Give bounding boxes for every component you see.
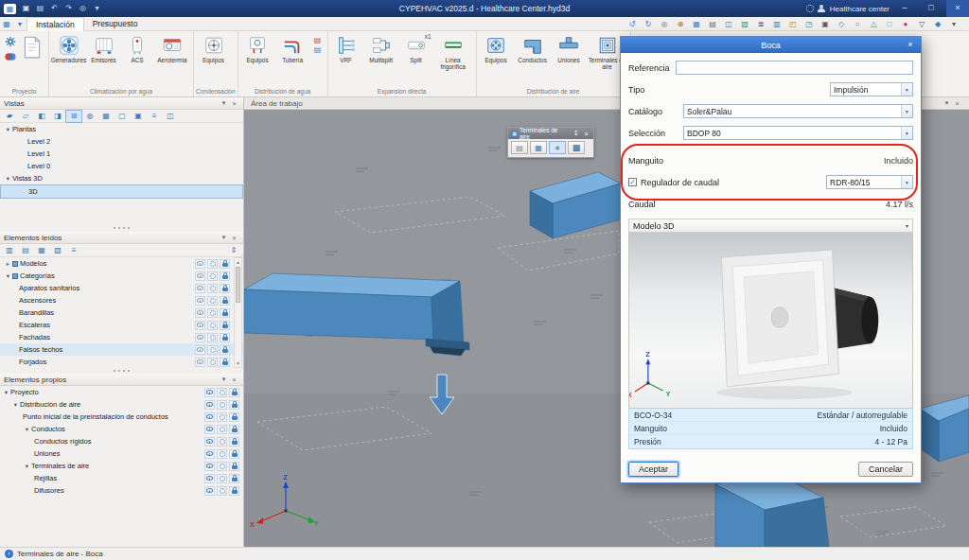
tree-item-distribucion-aire[interactable]: ▾Distribución de aire	[0, 398, 243, 411]
snap-gear-icon[interactable]	[217, 437, 227, 446]
snap-gear-icon[interactable]	[207, 308, 218, 318]
tree-item-fachadas[interactable]: Fachadas	[0, 331, 243, 343]
visibility-eye-icon[interactable]	[195, 296, 205, 306]
floating-toolbar-terminales[interactable]: ▦ Terminales de aire ↧ × ▤ ▦ ∗ ▩	[507, 127, 594, 158]
tree-item-level1[interactable]: Level 1	[0, 148, 243, 160]
panel-close-icon[interactable]: ×	[229, 376, 239, 383]
lock-icon[interactable]	[229, 486, 239, 496]
snap-gear-icon[interactable]	[217, 412, 227, 422]
lock-icon[interactable]	[229, 462, 239, 471]
tree-item-modelos[interactable]: ▸Modelos	[0, 257, 243, 270]
tree-item-difusores[interactable]: Difusores	[0, 484, 243, 497]
snap-gear-icon[interactable]	[217, 474, 227, 483]
tree-item-falsos-techos-selected[interactable]: Falsos techos	[0, 343, 243, 356]
view-tool-icon[interactable]: ▱	[18, 111, 33, 122]
snap-gear-icon[interactable]	[207, 345, 218, 355]
tree-item-proyecto[interactable]: ▾Proyecto	[0, 386, 243, 398]
tree-item-barandillas[interactable]: Barandillas	[0, 306, 243, 319]
quickaccess-dropdown-icon[interactable]: ▾	[90, 2, 104, 15]
agua-extra-tools[interactable]: ▤▤	[310, 33, 326, 54]
tree-item-level0[interactable]: Level 0	[0, 160, 243, 172]
expand-arrow-icon[interactable]: ▾	[4, 126, 12, 133]
redo-icon[interactable]: ↷	[62, 2, 76, 15]
filter-tool-icon[interactable]: ▦	[34, 245, 49, 256]
visibility-eye-icon[interactable]	[195, 345, 205, 355]
tree-item-escaleras[interactable]: Escaleras	[0, 319, 243, 331]
floating-toolbar-titlebar[interactable]: ▦ Terminales de aire ↧ ×	[508, 128, 593, 139]
account-name[interactable]: Healthcare center	[830, 5, 890, 13]
more-tools-dropdown-icon[interactable]: ▾	[946, 18, 961, 30]
multisplit-button[interactable]: Multisplit	[362, 33, 400, 63]
lock-icon[interactable]	[229, 388, 239, 397]
modelo3d-header[interactable]: Modelo 3D ▾	[628, 219, 913, 233]
tree-item-forjados[interactable]: Forjados	[0, 356, 243, 368]
visibility-eye-icon[interactable]	[204, 486, 215, 496]
tree-item-level2[interactable]: Level 2	[0, 135, 243, 148]
visibility-eye-icon[interactable]	[195, 259, 205, 269]
generadores-button[interactable]: Generadores	[51, 33, 86, 63]
expand-arrow-icon[interactable]: ▾	[2, 389, 10, 396]
view-tool-icon[interactable]: ▣	[131, 111, 146, 122]
seleccion-select[interactable]: BDOP 80▾	[683, 126, 913, 140]
lock-icon[interactable]	[220, 271, 230, 281]
tree-item-terminales-aire[interactable]: ▾Terminales de aire	[0, 460, 243, 472]
lock-icon[interactable]	[229, 437, 239, 446]
tree-item-plantas[interactable]: ▾Plantas	[0, 123, 243, 135]
snap-gear-icon[interactable]	[207, 358, 218, 367]
project-colors-icon[interactable]	[4, 50, 17, 63]
view-tool-icon[interactable]: ◫	[163, 111, 178, 122]
cancel-button[interactable]: Cancelar	[858, 462, 913, 477]
expand-arrow-icon[interactable]: ▾	[23, 426, 31, 433]
valve-red-icon[interactable]: ▤	[314, 37, 322, 44]
diffuser-tool-button[interactable]: ▦	[530, 141, 547, 154]
maximize-button[interactable]: □	[920, 0, 943, 17]
filter-tool-icon[interactable]: ≡	[66, 245, 81, 256]
corner-tool-icon[interactable]: ◰	[785, 18, 801, 30]
tree-item-punto-inicial[interactable]: Punto inicial de la preinstalación de co…	[0, 411, 243, 423]
view-tool-icon[interactable]: ≡	[147, 111, 162, 122]
view-tool-icon[interactable]: ◨	[50, 111, 65, 122]
workspace-collapse-icon[interactable]: ▾	[942, 99, 952, 107]
panel-collapse-icon[interactable]: ▾	[219, 376, 229, 383]
tree-item-categorias[interactable]: ▾Categorías	[0, 270, 243, 282]
frame-tool-icon[interactable]: ◳	[802, 18, 817, 30]
expand-arrow-icon[interactable]: ▾	[23, 463, 31, 470]
undo-tool-icon[interactable]: ↺	[625, 18, 640, 30]
circle-tool-icon[interactable]: ○	[850, 18, 865, 30]
triangle-tool-icon[interactable]: △	[866, 18, 881, 30]
equipos-agua-button[interactable]: Equipos	[240, 33, 275, 63]
user-account-icon[interactable]	[818, 5, 826, 13]
valve-blue-icon[interactable]: ▤	[314, 46, 322, 54]
diamond-tool-icon[interactable]: ◇	[834, 18, 849, 30]
lock-icon[interactable]	[229, 400, 239, 410]
lock-icon[interactable]	[220, 296, 230, 306]
snap-gear-icon[interactable]	[217, 400, 227, 410]
grille-tool-button[interactable]: ▤	[511, 141, 528, 154]
snap-gear-icon[interactable]	[217, 425, 227, 434]
tree-item-ascensores[interactable]: Ascensores	[0, 294, 243, 306]
linea-frigorifica-button[interactable]: Línea frigorífica	[432, 33, 474, 71]
scroll-up-icon[interactable]: ▲	[235, 258, 241, 266]
snap-gear-icon[interactable]	[207, 284, 218, 293]
filter-tool-icon[interactable]: ▤	[18, 245, 33, 256]
undo-icon[interactable]: ↶	[47, 2, 62, 15]
settings-gear-icon[interactable]	[806, 5, 814, 12]
project-gear-icon[interactable]	[4, 35, 17, 48]
snap-gear-icon[interactable]	[207, 333, 218, 342]
panel-resize-grip[interactable]	[0, 225, 243, 230]
snap-gear-icon[interactable]	[217, 486, 227, 496]
add-tool-icon[interactable]: ⊕	[673, 18, 688, 30]
tab-presupuesto[interactable]: Presupuesto	[84, 17, 147, 31]
zoom-tool-icon[interactable]: ◎	[657, 18, 672, 30]
visibility-eye-icon[interactable]	[195, 321, 205, 330]
minimize-button[interactable]: –	[893, 0, 916, 17]
expand-arrow-icon[interactable]: ▾	[4, 175, 12, 183]
regulador-checkbox[interactable]: ✓	[628, 178, 637, 186]
tab-instalacion[interactable]: Instalación	[26, 17, 84, 31]
print-icon[interactable]: ▤	[33, 2, 47, 15]
tree-item-conductos-rigidos[interactable]: Conductos rígidos	[0, 435, 243, 447]
scroll-down-icon[interactable]: ▼	[235, 359, 241, 367]
close-button[interactable]: ×	[946, 0, 969, 17]
filter-tool-icon[interactable]: ▥	[2, 245, 17, 256]
lock-icon[interactable]	[220, 259, 230, 269]
